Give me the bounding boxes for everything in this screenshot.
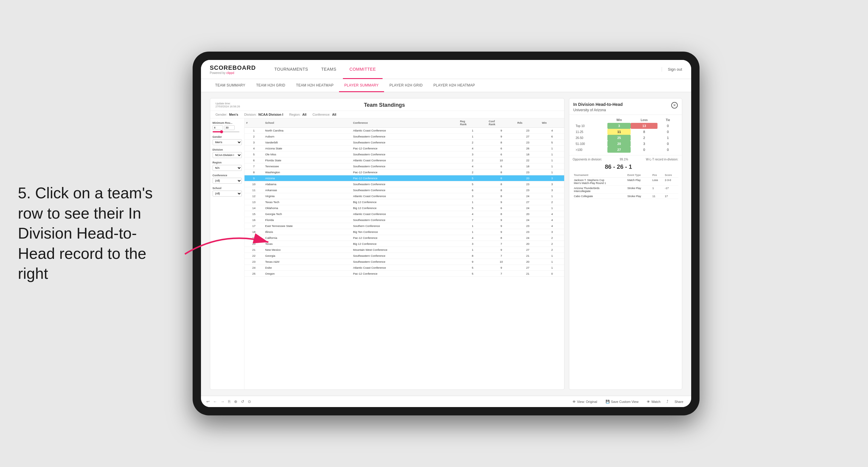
conference-select[interactable]: (All) (213, 178, 242, 184)
sub-nav-player-h2h-heatmap[interactable]: PLAYER H2H HEATMAP (428, 79, 480, 92)
table-row[interactable]: 7 Tennessee Southeastern Conference 4 6 … (245, 163, 564, 169)
share-button[interactable]: Share (672, 399, 685, 404)
sub-nav-team-h2h-grid[interactable]: TEAM H2H GRID (251, 79, 291, 92)
filter-gender: Gender: Men's (216, 113, 238, 116)
table-row[interactable]: 15 Georgia Tech Atlantic Coast Conferenc… (245, 211, 564, 217)
standings-table: # School Conference RegRank ConfRank Rds… (245, 118, 564, 277)
sub-nav-player-summary[interactable]: PLAYER SUMMARY (339, 79, 384, 92)
table-row[interactable]: 25 Oregon Pac-12 Conference 5 7 21 0 (245, 271, 564, 277)
wlt-value: 86 - 26 - 1 (569, 162, 682, 173)
sub-nav-player-h2h-grid[interactable]: PLAYER H2H GRID (384, 79, 428, 92)
save-icon: 💾 (606, 400, 610, 403)
table-row[interactable]: 18 Illinois Big Ten Conference 1 9 23 3 (245, 229, 564, 235)
add-icon[interactable]: ⊕ (234, 399, 237, 404)
region-select[interactable]: N/A (213, 165, 242, 171)
refresh-icon[interactable]: ↺ (241, 399, 244, 404)
division-filter-group: Division NCAA Division I (213, 148, 242, 158)
view-icon: 👁 (572, 400, 576, 403)
share-icon[interactable]: ⤴ (666, 399, 669, 404)
t-col-event-type: Event Type (626, 173, 651, 178)
school-filter-group: School (All) (213, 187, 242, 196)
h2h-row: 11-25 11 8 0 (573, 129, 678, 135)
tournament-table: Tournament Event Type Pos Score Jackson … (573, 173, 678, 199)
h2h-header: In Division Head-to-Head University of A… (569, 98, 682, 115)
sign-out-button[interactable]: Sign out (662, 67, 682, 71)
gender-select[interactable]: Men's (213, 139, 242, 145)
division-select[interactable]: NCAA Division I (213, 152, 242, 158)
rounds-slider[interactable] (213, 131, 240, 132)
h2h-team: University of Arizona (574, 108, 623, 112)
h2h-title: In Division Head-to-Head (574, 102, 623, 107)
table-row[interactable]: 11 Arkansas Southeastern Conference 6 8 … (245, 187, 564, 193)
h2h-col-tie: Tie (657, 117, 678, 123)
min-rounds-input[interactable] (213, 125, 223, 130)
watch-icon: 👁 (647, 400, 650, 403)
table-row[interactable]: 2 Auburn Southeastern Conference 1 9 27 … (245, 134, 564, 139)
sub-nav: TEAM SUMMARY TEAM H2H GRID TEAM H2H HEAT… (201, 79, 691, 92)
back-icon[interactable]: ← (213, 399, 217, 404)
logo-title: SCOREBOARD (210, 64, 256, 71)
col-school: School (263, 118, 351, 128)
h2h-row: 51-100 20 3 0 (573, 141, 678, 147)
col-conf-rank: ConfRank (487, 118, 516, 128)
table-row[interactable]: 1 North Carolina Atlantic Coast Conferen… (245, 128, 564, 134)
h2h-panel: In Division Head-to-Head University of A… (569, 98, 682, 390)
nav-items: TOURNAMENTS TEAMS COMMITTEE (268, 60, 662, 79)
table-row[interactable]: 14 Oklahoma Big 12 Conference 5 6 24 1 (245, 205, 564, 211)
col-reg-rank: RegRank (458, 118, 487, 128)
table-row[interactable]: 22 Georgia Southeastern Conference 8 7 2… (245, 253, 564, 259)
table-row[interactable]: 8 Washington Pac-12 Conference 2 8 23 1 (245, 169, 564, 175)
clock-icon[interactable]: ⊙ (248, 399, 251, 404)
table-row[interactable]: 23 Texas A&M Southeastern Conference 9 1… (245, 259, 564, 265)
update-time: Update time: 27/03/2024 16:56:26 (216, 102, 240, 108)
t-col-pos: Pos (651, 173, 664, 178)
table-row[interactable]: 4 Arizona State Pac-12 Conference 4 6 26… (245, 146, 564, 152)
table-row[interactable]: 19 California Pac-12 Conference 4 8 24 2 (245, 235, 564, 241)
table-row[interactable]: 5 Ole Miss Southeastern Conference 3 6 1… (245, 152, 564, 157)
col-rank: # (245, 118, 264, 128)
table-row[interactable]: 6 Florida State Atlantic Coast Conferenc… (245, 157, 564, 163)
table-row[interactable]: 20 Texas Big 12 Conference 3 7 20 2 (245, 241, 564, 247)
watch-button[interactable]: 👁 Watch (644, 399, 663, 404)
view-original-button[interactable]: 👁 View: Original (570, 399, 600, 404)
nav-teams[interactable]: TEAMS (315, 60, 343, 79)
h2h-col-range (573, 117, 608, 123)
table-row[interactable]: 17 East Tennessee State Southern Confere… (245, 223, 564, 229)
filter-region: Region: All (289, 113, 307, 116)
min-rounds-filter: Minimum Rou... (213, 121, 242, 132)
forward-icon[interactable]: → (221, 399, 224, 404)
table-row[interactable]: 16 Florida Southeastern Conference 7 9 2… (245, 217, 564, 223)
conference-filter-group: Conference (All) (213, 174, 242, 184)
table-row[interactable]: 24 Duke Atlantic Coast Conference 5 9 27… (245, 265, 564, 271)
table-row[interactable]: 10 Alabama Southeastern Conference 5 8 2… (245, 181, 564, 187)
table-row[interactable]: 21 New Mexico Mountain West Conference 1… (245, 247, 564, 253)
table-row[interactable]: 12 Virginia Atlantic Coast Conference 3 … (245, 193, 564, 199)
h2h-col-loss: Loss (631, 117, 657, 123)
save-custom-button[interactable]: 💾 Save Custom View (603, 399, 641, 404)
t-col-tournament: Tournament (573, 173, 626, 178)
h2h-table-wrapper: Win Loss Tie Top 10 3 13 0 11-25 11 8 0 … (569, 115, 682, 155)
sub-nav-team-h2h-heatmap[interactable]: TEAM H2H HEATMAP (291, 79, 339, 92)
table-row[interactable]: 13 Texas Tech Big 12 Conference 1 9 27 2 (245, 199, 564, 205)
undo-icon[interactable]: ↩ (206, 399, 210, 404)
h2h-close-button[interactable]: ✕ (671, 102, 678, 108)
nav-committee[interactable]: COMMITTEE (343, 60, 382, 79)
top-nav: SCOREBOARD Powered by clippd TOURNAMENTS… (201, 60, 691, 79)
col-conference: Conference (351, 118, 458, 128)
h2h-row: >100 27 0 0 (573, 147, 678, 153)
sub-nav-team-summary[interactable]: TEAM SUMMARY (210, 79, 251, 92)
panel-header: Update time: 27/03/2024 16:56:26 Team St… (210, 98, 564, 111)
max-rounds-input[interactable] (224, 125, 235, 130)
filter-division: Division: NCAA Division I (244, 113, 283, 116)
nav-tournaments[interactable]: TOURNAMENTS (268, 60, 315, 79)
table-row[interactable]: 3 Vanderbilt Southeastern Conference 2 8… (245, 139, 564, 146)
table-row[interactable]: 9 Arizona Pac-12 Conference 5 8 20 3 (245, 175, 564, 181)
col-win: Win (540, 118, 564, 128)
school-select[interactable]: (All) (213, 191, 242, 196)
tournament-row: Jackson T. Stephens Cup Men's Match-Play… (573, 178, 678, 186)
logo-sub: Powered by clippd (210, 71, 256, 74)
main-content: Update time: 27/03/2024 16:56:26 Team St… (201, 92, 691, 396)
h2h-col-win: Win (608, 117, 631, 123)
copy-icon[interactable]: ⎘ (228, 399, 230, 404)
opponents-row: Opponents in division: 99.1% W-L-T recor… (569, 155, 682, 162)
